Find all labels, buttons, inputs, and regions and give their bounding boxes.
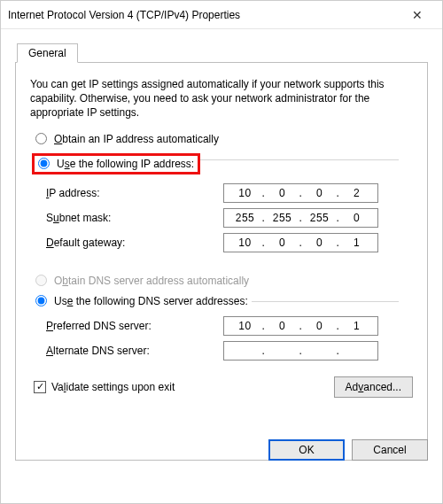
intro-text: You can get IP settings assigned automat… <box>30 77 413 120</box>
ok-button[interactable]: OK <box>268 439 345 461</box>
window-title: Internet Protocol Version 4 (TCP/IPv4) P… <box>8 9 400 21</box>
alternate-dns-input[interactable]: . . . <box>223 341 378 361</box>
default-gateway-input[interactable]: 10. 0. 0. 1 <box>223 233 378 252</box>
radio-use-following-dns[interactable]: Use the following DNS server addresses: <box>35 295 252 307</box>
default-gateway-label: Default gateway: <box>46 236 223 249</box>
subnet-mask-row: Subnet mask: 255. 255. 255. 0 <box>46 208 413 228</box>
validate-checkbox-label: Validate settings upon exit <box>51 381 175 393</box>
radio-use-following-dns-label: Use the following DNS server addresses: <box>52 295 248 307</box>
radio-obtain-dns-auto-label: Obtain DNS server address automatically <box>52 275 249 287</box>
subnet-mask-input[interactable]: 255. 255. 255. 0 <box>223 208 378 228</box>
radio-obtain-ip-auto[interactable]: Obtain an IP address automatically <box>35 133 413 145</box>
titlebar: Internet Protocol Version 4 (TCP/IPv4) P… <box>1 1 442 29</box>
radio-obtain-ip-auto-input[interactable] <box>35 133 47 144</box>
radio-use-following-ip-input[interactable] <box>38 158 50 169</box>
radio-use-following-ip-label: Use the following IP address: <box>55 158 194 170</box>
preferred-dns-row: Preferred DNS server: 10. 0. 0. 1 <box>46 316 413 336</box>
alternate-dns-row: Alternate DNS server: . . . <box>46 341 413 361</box>
bottom-row: ✓ Validate settings upon exit Advanced..… <box>30 376 413 398</box>
tabpanel-general: You can get IP settings assigned automat… <box>15 62 428 461</box>
preferred-dns-input[interactable]: 10. 0. 0. 1 <box>223 316 378 336</box>
default-gateway-row: Default gateway: 10. 0. 0. 1 <box>46 233 413 252</box>
radio-obtain-ip-auto-label: Obtain an IP address automatically <box>52 133 219 145</box>
ip-address-row: IP address: 10. 0. 0. 2 <box>46 183 413 203</box>
cancel-button[interactable]: Cancel <box>352 439 428 461</box>
ip-address-input[interactable]: 10. 0. 0. 2 <box>223 183 378 203</box>
advanced-button[interactable]: Advanced... <box>334 376 413 398</box>
validate-checkbox-row[interactable]: ✓ Validate settings upon exit <box>34 381 175 393</box>
subnet-mask-label: Subnet mask: <box>46 212 223 224</box>
client-area: General You can get IP settings assigned… <box>1 29 442 471</box>
dialog-window: Internet Protocol Version 4 (TCP/IPv4) P… <box>0 0 443 504</box>
tab-general[interactable]: General <box>17 43 78 63</box>
tabstrip: General <box>15 43 428 63</box>
radio-use-following-dns-input[interactable] <box>35 295 47 306</box>
preferred-dns-label: Preferred DNS server: <box>46 320 223 332</box>
alternate-dns-label: Alternate DNS server: <box>46 345 223 357</box>
radio-use-following-ip[interactable]: Use the following IP address: <box>32 153 200 174</box>
radio-obtain-dns-auto-input <box>35 275 47 286</box>
close-icon[interactable]: ✕ <box>400 8 435 22</box>
ip-address-label: IP address: <box>46 187 223 199</box>
radio-obtain-dns-auto: Obtain DNS server address automatically <box>35 275 413 287</box>
dialog-footer: OK Cancel <box>268 439 428 461</box>
validate-checkbox[interactable]: ✓ <box>34 381 46 393</box>
